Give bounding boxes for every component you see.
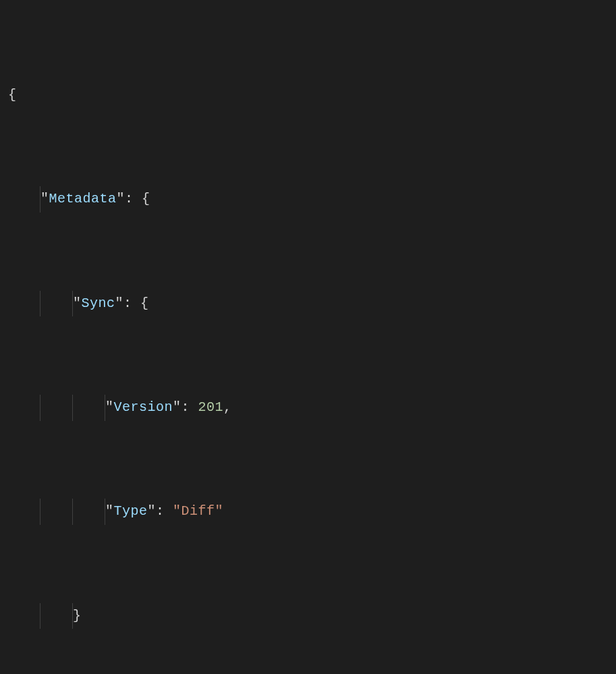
json-value-sync-type: Diff [181,499,215,525]
code-line: "Metadata": { [8,186,616,213]
brace-open: { [140,291,149,317]
json-value-version: 201 [198,395,224,421]
code-line: "Version": 201, [8,395,616,421]
code-line: { [8,82,616,109]
code-editor[interactable]: { "Metadata": { "Sync": { "Version": 201… [0,0,616,674]
code-line: "Type": "Diff" [8,499,616,525]
json-key-type: Type [114,499,148,525]
json-key-metadata: Metadata [49,186,117,213]
brace-open: { [8,82,17,109]
code-line: } [8,603,616,629]
json-key-sync: Sync [82,291,115,317]
brace-close: } [73,603,82,629]
json-key-version: Version [114,395,173,421]
brace-open: { [142,186,150,213]
code-line: "Sync": { [8,291,616,317]
